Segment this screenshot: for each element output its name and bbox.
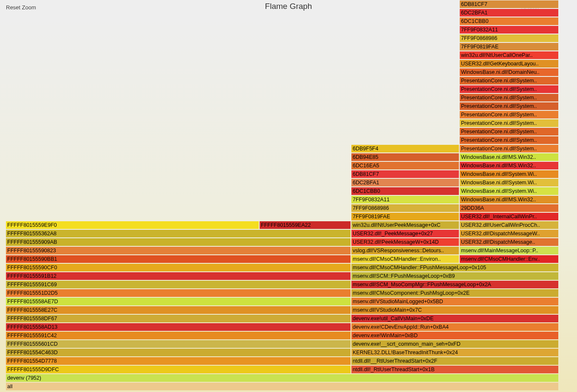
- flame-frame[interactable]: 7FF9F0832A11: [460, 26, 558, 34]
- flame-frame[interactable]: msenv.dll!CMsoCMHandler::FPushMessageLoo…: [351, 264, 558, 271]
- flame-frame[interactable]: PresentationCore.ni.dll!System..: [460, 102, 558, 110]
- flame-frame[interactable]: FFFFF8015559EA22: [260, 221, 351, 229]
- flame-frame[interactable]: FFFFF8015559E9F0: [6, 221, 259, 229]
- flame-frame[interactable]: 7FF9F0868986: [460, 34, 558, 42]
- flame-frame[interactable]: 7FF9F0832A11: [351, 196, 459, 203]
- flame-frame[interactable]: USER32.dll!_PeekMessage+0x27: [351, 230, 459, 237]
- flame-frame[interactable]: USER32.dll!DispatchMessageW..: [460, 230, 558, 237]
- flamegraph-chart[interactable]: alldevenv (7952)FFFFF801555D9DFCntdll.dl…: [6, 0, 558, 392]
- flame-frame[interactable]: devenv (7952): [6, 374, 558, 382]
- flame-frame[interactable]: 6DB81CF7: [351, 170, 459, 178]
- flame-frame[interactable]: 6DB94E85: [351, 153, 459, 161]
- flame-frame[interactable]: 7FF9F0868986: [351, 204, 459, 212]
- flame-frame[interactable]: FFFFF8015558DF67: [6, 315, 351, 322]
- flame-frame[interactable]: FFFFF80155590CF0: [6, 264, 351, 271]
- flame-frame[interactable]: msenv.dll!CMsoComponent::PushMsgLoop+0x2…: [351, 289, 558, 297]
- flame-frame[interactable]: WindowsBase.ni.dll!MS.Win32..: [460, 153, 558, 161]
- flame-frame[interactable]: FFFFF801554C463D: [6, 349, 351, 356]
- flame-frame[interactable]: WindowsBase.ni.dll!MS.Win32..: [460, 162, 558, 169]
- flame-frame[interactable]: 6DB81CF7: [460, 0, 558, 8]
- flame-frame[interactable]: FFFFF801555601CD: [6, 340, 351, 348]
- flame-frame[interactable]: msenv.dll!SCM_MsoCompMgr::FPushMessageLo…: [351, 281, 558, 288]
- flame-frame[interactable]: FFFFF801555909AB: [6, 238, 351, 246]
- flame-frame[interactable]: msenv.dll!VStudioMain+0x7C: [351, 306, 558, 314]
- flame-frame[interactable]: 6DC2BFA1: [351, 179, 459, 186]
- flame-frame[interactable]: ntdll.dll!__RtlUserThreadStart+0x2F: [351, 357, 558, 365]
- flame-frame[interactable]: devenv.exe!CDevEnvAppId::Run+0xBA4: [351, 323, 558, 331]
- flame-frame[interactable]: KERNEL32.DLL!BaseThreadInitThunk+0x24: [351, 349, 558, 356]
- flame-frame[interactable]: FFFFF801555362A8: [6, 230, 351, 237]
- flame-frame[interactable]: PresentationCore.ni.dll!System..: [460, 145, 558, 152]
- flame-frame[interactable]: WindowsBase.ni.dll!System.Wi..: [460, 170, 558, 178]
- flame-frame[interactable]: devenv.exe!__scrt_common_main_seh+0xFD: [351, 340, 558, 348]
- flame-frame[interactable]: WindowsBase.ni.dll!DomainNeu..: [460, 68, 558, 76]
- flame-frame[interactable]: PresentationCore.ni.dll!System..: [460, 77, 558, 85]
- flame-frame[interactable]: USER32.dll!_InternalCallWinPr..: [460, 213, 558, 220]
- flame-frame[interactable]: msenv.dll!CMsoCMHandler::Environ..: [351, 255, 459, 263]
- flame-frame[interactable]: devenv.exe!WinMain+0xBD: [351, 332, 558, 339]
- flame-frame[interactable]: FFFFF80155590BB1: [6, 255, 351, 263]
- flame-frame[interactable]: devenv.exe!util_CallVsMain+0xDE: [351, 315, 558, 322]
- flame-frame[interactable]: PresentationCore.ni.dll!System..: [460, 94, 558, 102]
- flame-frame[interactable]: WindowsBase.ni.dll!MS.Win32..: [460, 196, 558, 203]
- flame-frame[interactable]: PresentationCore.ni.dll!System..: [460, 111, 558, 118]
- flame-frame[interactable]: 6DC1CBB0: [460, 17, 558, 25]
- flame-frame[interactable]: FFFFF8015558AD13: [6, 323, 351, 331]
- flame-frame[interactable]: FFFFF80155590823: [6, 247, 351, 254]
- flame-frame[interactable]: USER32.dll!UserCallWinProcCh..: [460, 221, 558, 229]
- flame-frame[interactable]: vslog.dll!VSResponsiveness::Detours..: [351, 247, 459, 254]
- flame-frame[interactable]: FFFFF8015558E27C: [6, 306, 351, 314]
- flame-frame[interactable]: 29DD36A: [460, 204, 558, 212]
- flame-frame[interactable]: msenv.dll!MainMessageLoop::P..: [460, 247, 558, 254]
- flame-frame[interactable]: 6DC16EA5: [351, 162, 459, 169]
- flame-frame[interactable]: USER32.dll!GetKeyboardLayou..: [460, 60, 558, 68]
- flame-frame[interactable]: FFFFF8015551D2D5: [6, 289, 351, 297]
- flame-frame[interactable]: msenv.dll!VStudioMainLogged+0x5BD: [351, 298, 558, 305]
- flame-frame[interactable]: msenv.dll!CMsoCMHandler::Env..: [460, 255, 558, 263]
- flame-frame[interactable]: 6DC2BFA1: [460, 9, 558, 17]
- flame-frame[interactable]: PresentationCore.ni.dll!System..: [460, 136, 558, 144]
- flame-frame[interactable]: PresentationCore.ni.dll!System..: [460, 119, 558, 127]
- flame-frame[interactable]: 7FF9F0819FAE: [351, 213, 459, 220]
- flame-frame[interactable]: FFFFF8015558AE7D: [6, 298, 351, 305]
- flame-frame[interactable]: PresentationCore.ni.dll!System..: [460, 128, 558, 135]
- flame-frame[interactable]: FFFFF801555D9DFC: [6, 366, 351, 373]
- flame-frame[interactable]: win32u.dll!NtUserPeekMessage+0xC: [351, 221, 459, 229]
- flame-frame[interactable]: 6DC1CBB0: [351, 187, 459, 195]
- flamegraph-container: Reset Zoom Flame Graph Search alldevenv …: [0, 0, 577, 392]
- flame-frame[interactable]: win32u.dll!NtUserCallOnePar..: [460, 51, 558, 59]
- flame-frame[interactable]: WindowsBase.ni.dll!System.Wi..: [460, 179, 558, 186]
- flame-frame[interactable]: USER32.dll!PeekMessageW+0x14D: [351, 238, 459, 246]
- flame-frame[interactable]: 6DB9F5F4: [351, 145, 459, 152]
- flame-frame[interactable]: PresentationCore.ni.dll!System..: [460, 85, 558, 93]
- flame-frame[interactable]: USER32.dll!DispatchMessage..: [460, 238, 558, 246]
- flame-frame[interactable]: FFFFF801554D7778: [6, 357, 351, 365]
- flame-frame[interactable]: FFFFF80155591C69: [6, 281, 351, 288]
- flame-frame[interactable]: all: [6, 383, 558, 390]
- flame-frame[interactable]: 7FF9F0819FAE: [460, 43, 558, 51]
- flame-frame[interactable]: ntdll.dll!_RtlUserThreadStart+0x1B: [351, 366, 558, 373]
- flame-frame[interactable]: WindowsBase.ni.dll!System.Wi..: [460, 187, 558, 195]
- flame-frame[interactable]: FFFFF80155591B12: [6, 272, 351, 280]
- flame-frame[interactable]: FFFFF80155591C42: [6, 332, 351, 339]
- flame-frame[interactable]: msenv.dll!SCM::FPushMessageLoop+0xB9: [351, 272, 558, 280]
